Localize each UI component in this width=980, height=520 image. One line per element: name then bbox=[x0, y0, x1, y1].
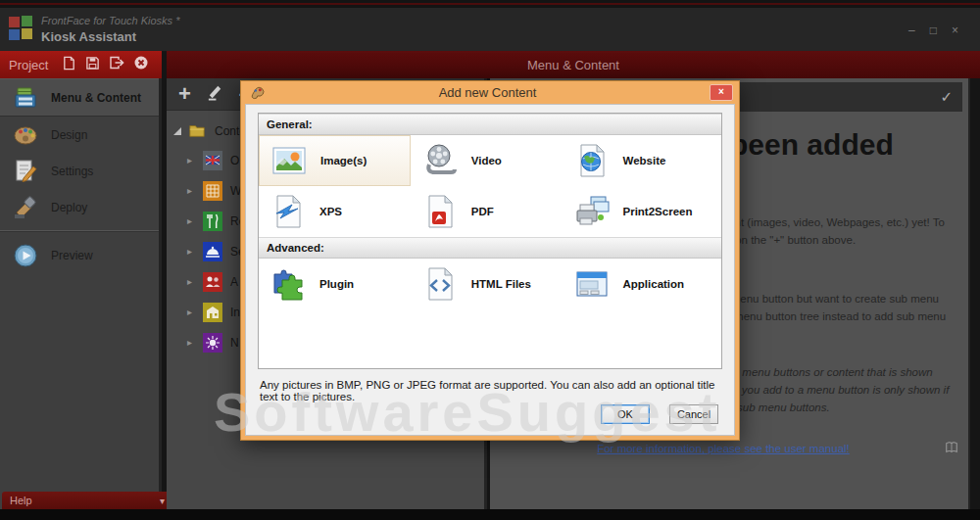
sidebar-item-preview[interactable]: Preview bbox=[0, 237, 159, 273]
check-icon: ✓ bbox=[940, 88, 953, 106]
content-type-pdf[interactable]: PDF bbox=[411, 186, 563, 237]
plugin-icon bbox=[270, 266, 306, 302]
close-project-icon[interactable] bbox=[133, 55, 149, 74]
content-header: Menu & Content bbox=[167, 51, 980, 78]
content-type-plugin[interactable]: Plugin bbox=[259, 259, 411, 309]
content-type-label: Image(s) bbox=[320, 155, 367, 166]
add-content-dialog: Add new Content × General: Image(s) Vide… bbox=[240, 80, 740, 441]
content-type-label: Video bbox=[471, 155, 502, 166]
sidebar-item-design[interactable]: Design bbox=[0, 117, 159, 153]
video-icon bbox=[422, 143, 458, 178]
content-type-website[interactable]: Website bbox=[563, 135, 722, 186]
content-type-label: Application bbox=[623, 278, 685, 290]
expander-collapsed-icon[interactable]: ▸ bbox=[187, 276, 195, 287]
sidebar-item-menu-content[interactable]: Menu & Content bbox=[0, 78, 159, 117]
items-grid: Image(s) Video Website XPS PDF Print2Scr… bbox=[259, 135, 721, 237]
dialog-content: General: Image(s) Video Website XPS PDF … bbox=[245, 104, 735, 436]
website-icon bbox=[574, 143, 610, 178]
help-label: Help bbox=[10, 495, 32, 506]
chevron-down-icon: ▾ bbox=[160, 496, 165, 506]
settings-icon bbox=[13, 159, 38, 184]
sun-icon bbox=[203, 333, 222, 353]
application-window: FrontFace for Touch Kiosks * Kiosk Assis… bbox=[0, 0, 980, 520]
content-type-label: HTML Files bbox=[471, 278, 531, 290]
tree-row-label: A bbox=[230, 275, 238, 289]
tree-row-label: O bbox=[230, 154, 239, 167]
dialog-title-icon bbox=[250, 85, 266, 101]
red-accent-line bbox=[0, 3, 980, 5]
sidebar-item-label: Deploy bbox=[51, 201, 87, 214]
tree-row-label: In bbox=[230, 306, 240, 319]
dialog-title: Add new Content bbox=[266, 85, 710, 100]
group-header-general: General: bbox=[259, 114, 721, 135]
close-window-button[interactable]: × bbox=[952, 24, 958, 37]
image-icon bbox=[271, 143, 307, 178]
minimize-button[interactable]: – bbox=[908, 24, 915, 37]
preview-icon bbox=[13, 243, 38, 268]
grid-icon bbox=[203, 181, 222, 201]
food-icon bbox=[203, 212, 222, 231]
sidebar-item-settings[interactable]: Settings bbox=[0, 153, 159, 189]
group-header-advanced: Advanced: bbox=[259, 237, 721, 259]
dialog-footer-hint: Any pictures in BMP, PNG or JPEG format … bbox=[260, 379, 724, 402]
window-bottom-strip bbox=[0, 509, 980, 520]
project-bar: Project bbox=[0, 51, 162, 78]
expander-collapsed-icon[interactable]: ▸ bbox=[187, 337, 195, 348]
export-project-icon[interactable] bbox=[109, 55, 124, 74]
project-bar-label: Project bbox=[9, 58, 48, 72]
design-icon bbox=[13, 122, 38, 148]
content-type-label: Print2Screen bbox=[623, 206, 693, 217]
edit-icon[interactable] bbox=[206, 81, 224, 107]
help-bar[interactable]: Help ▾ bbox=[2, 492, 172, 509]
app-subtitle: Kiosk Assistant bbox=[41, 29, 136, 44]
cancel-button[interactable]: Cancel bbox=[669, 404, 718, 424]
content-type-print2screen[interactable]: Print2Screen bbox=[563, 186, 722, 237]
content-type-application[interactable]: Application bbox=[563, 259, 722, 309]
sidebar-item-label: Preview bbox=[51, 249, 93, 262]
dome-icon bbox=[203, 242, 222, 261]
ok-button[interactable]: OK bbox=[601, 404, 650, 424]
items-grid: Plugin HTML Files Application bbox=[259, 259, 721, 309]
content-type-label: PDF bbox=[471, 206, 494, 217]
content-type-label: Website bbox=[623, 155, 666, 166]
dialog-titlebar: Add new Content × bbox=[241, 81, 739, 104]
content-type-video[interactable]: Video bbox=[411, 135, 563, 186]
expander-collapsed-icon[interactable]: ▸ bbox=[187, 155, 195, 165]
tree-row-label: N bbox=[230, 336, 239, 350]
folder-icon bbox=[188, 121, 208, 141]
building-icon bbox=[203, 303, 222, 322]
content-type-label: Plugin bbox=[319, 278, 354, 290]
sidebar-item-deploy[interactable]: Deploy bbox=[0, 189, 159, 225]
sidebar-divider bbox=[0, 230, 159, 232]
maximize-button[interactable]: □ bbox=[930, 24, 937, 37]
group-header-label: Advanced: bbox=[267, 242, 324, 254]
application-icon bbox=[574, 266, 610, 302]
save-project-icon[interactable] bbox=[85, 56, 100, 74]
titlebar: FrontFace for Touch Kiosks * Kiosk Assis… bbox=[0, 8, 980, 52]
content-type-label: XPS bbox=[319, 206, 342, 217]
window-top-strip bbox=[0, 0, 980, 8]
content-type-image-s[interactable]: Image(s) bbox=[259, 135, 411, 186]
add-content-button[interactable]: + bbox=[178, 81, 191, 107]
deploy-icon bbox=[13, 195, 38, 220]
app-logo-icon bbox=[9, 16, 34, 41]
expander-collapsed-icon[interactable]: ▸ bbox=[187, 246, 195, 257]
app-title: FrontFace for Touch Kiosks * bbox=[41, 15, 179, 26]
content-type-xps[interactable]: XPS bbox=[259, 186, 411, 237]
content-header-title: Menu & Content bbox=[527, 58, 619, 72]
html-icon bbox=[422, 266, 458, 302]
expander-collapsed-icon[interactable]: ▸ bbox=[187, 307, 195, 317]
user-manual-link[interactable]: For more information, please see the use… bbox=[597, 443, 850, 454]
expander-collapsed-icon[interactable]: ▸ bbox=[187, 215, 195, 226]
content-type-html-files[interactable]: HTML Files bbox=[411, 259, 563, 309]
expander-open-icon[interactable] bbox=[173, 127, 181, 135]
flag-icon bbox=[203, 151, 222, 170]
sidebar-item-label: Menu & Content bbox=[51, 91, 141, 105]
dialog-close-button[interactable]: × bbox=[710, 84, 733, 101]
expander-collapsed-icon[interactable]: ▸ bbox=[187, 185, 195, 196]
print2screen-icon bbox=[574, 194, 610, 229]
pdf-icon bbox=[422, 194, 458, 229]
people-icon bbox=[203, 272, 222, 292]
content-type-list: General: Image(s) Video Website XPS PDF … bbox=[258, 113, 722, 369]
new-project-icon[interactable] bbox=[62, 56, 76, 74]
